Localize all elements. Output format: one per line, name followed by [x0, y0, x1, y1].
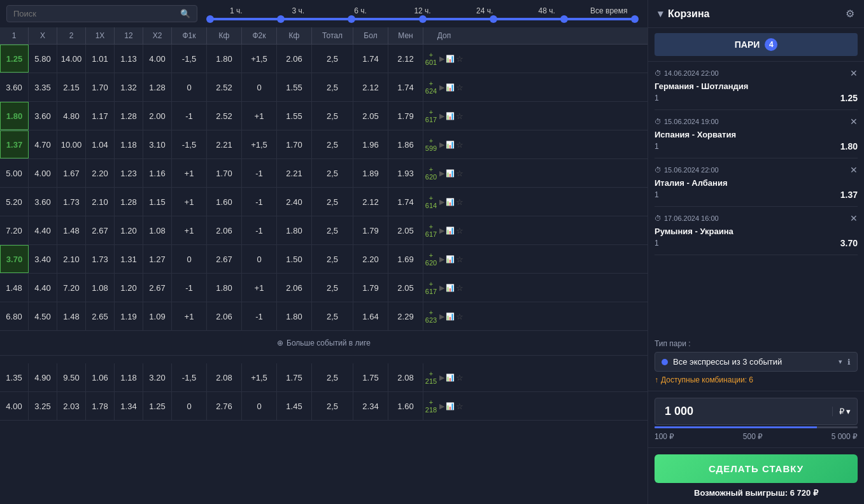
cell-c7[interactable]: +1	[172, 159, 207, 187]
more-events-button[interactable]: ⊕ Больше событий в лиге	[277, 339, 371, 347]
play-icon[interactable]: ▶	[439, 284, 444, 292]
chart-icon[interactable]: 📊	[446, 198, 455, 206]
cell-c9[interactable]: -1	[242, 302, 277, 330]
cell-c13[interactable]: 1.74	[388, 73, 423, 101]
star-icon[interactable]: ☆	[456, 283, 464, 293]
cell-c8[interactable]: 2.76	[207, 392, 242, 420]
star-icon[interactable]: ☆	[456, 402, 464, 411]
cell-c5[interactable]: 1.20	[115, 274, 143, 302]
cell-c2[interactable]: 5.80	[29, 45, 57, 73]
cell-c5[interactable]: 1.20	[115, 216, 143, 244]
table-row[interactable]: 1.255.8014.001.011.134.00-1,51.80+1,52.0…	[0, 45, 648, 73]
cell-c7[interactable]: -1	[172, 102, 207, 130]
cell-c4[interactable]: 1.70	[86, 73, 115, 101]
cell-c5[interactable]: 1.28	[115, 102, 143, 130]
time-label-all[interactable]: Все время	[577, 6, 640, 15]
table-row[interactable]: 3.603.352.151.701.321.2802.5201.552,52.1…	[0, 73, 648, 102]
cell-c1[interactable]: 5.20	[0, 188, 29, 216]
cell-c9[interactable]: +1	[242, 274, 277, 302]
cell-c7[interactable]: 0	[172, 245, 207, 273]
cell-c4[interactable]: 2.65	[86, 302, 115, 330]
gear-button[interactable]: ⚙	[846, 8, 854, 20]
star-icon[interactable]: ☆	[456, 54, 464, 64]
cell-c4[interactable]: 1.78	[86, 392, 115, 420]
cell-c11[interactable]: 2,5	[312, 45, 353, 73]
cell-c2[interactable]: 3.35	[29, 73, 57, 101]
cell-c13[interactable]: 1.74	[388, 188, 423, 216]
cell-c4[interactable]: 1.04	[86, 130, 115, 158]
table-row[interactable]: 1.803.604.801.171.282.00-12.52+11.552,52…	[0, 102, 648, 130]
time-label-1h[interactable]: 1 ч.	[205, 6, 267, 15]
cell-c9[interactable]: +1,5	[242, 130, 277, 158]
cell-c8[interactable]: 2.21	[207, 130, 242, 158]
cell-c9[interactable]: 0	[242, 392, 277, 420]
star-icon[interactable]: ☆	[456, 226, 464, 235]
cell-c7[interactable]: 0	[172, 392, 207, 420]
cell-c4[interactable]: 2.67	[86, 216, 115, 244]
cell-c12[interactable]: 2.05	[353, 102, 388, 130]
cell-c13[interactable]: 1.86	[388, 130, 423, 158]
cell-c9[interactable]: 0	[242, 245, 277, 273]
cell-c10[interactable]: 1.80	[277, 216, 312, 244]
cell-c6[interactable]: 1.28	[143, 73, 172, 101]
cell-c11[interactable]: 2,5	[312, 302, 353, 330]
table-row[interactable]: 7.204.401.482.671.201.08+12.06-11.802,51…	[0, 216, 648, 245]
play-icon[interactable]: ▶	[439, 83, 444, 92]
cell-c7[interactable]: -1,5	[172, 45, 207, 73]
cell-c9[interactable]: -1	[242, 216, 277, 244]
cell-c10[interactable]: 2.06	[277, 274, 312, 302]
cell-c8[interactable]: 2.67	[207, 245, 242, 273]
cell-c13[interactable]: 1.93	[388, 159, 423, 187]
cell-c1[interactable]: 1.48	[0, 274, 29, 302]
cell-c8[interactable]: 2.06	[207, 216, 242, 244]
time-label-6h[interactable]: 6 ч.	[329, 6, 392, 15]
table-row[interactable]: 1.484.407.201.081.202.67-11.80+12.062,51…	[0, 274, 648, 302]
cell-c4[interactable]: 1.06	[86, 363, 115, 391]
cell-c13[interactable]: 1.69	[388, 245, 423, 273]
cell-c6[interactable]: 3.20	[143, 363, 172, 391]
table-row[interactable]: 4.003.252.031.781.341.2502.7601.452,52.3…	[0, 392, 648, 421]
cell-c2[interactable]: 3.60	[29, 102, 57, 130]
cell-c1[interactable]: 6.80	[0, 302, 29, 330]
cell-c6[interactable]: 3.10	[143, 130, 172, 158]
cell-c2[interactable]: 3.25	[29, 392, 57, 420]
cell-c11[interactable]: 2,5	[312, 73, 353, 101]
play-icon[interactable]: ▶	[439, 374, 444, 382]
cell-c4[interactable]: 2.10	[86, 188, 115, 216]
cell-c3[interactable]: 1.48	[57, 302, 86, 330]
table-row[interactable]: 1.354.909.501.061.183.20-1,52.08+1,51.75…	[0, 363, 648, 392]
chart-icon[interactable]: 📊	[446, 284, 455, 292]
chart-icon[interactable]: 📊	[446, 374, 455, 382]
cell-c8[interactable]: 2.52	[207, 73, 242, 101]
cell-c12[interactable]: 1.79	[353, 216, 388, 244]
cell-c11[interactable]: 2,5	[312, 363, 353, 391]
cell-c11[interactable]: 2,5	[312, 245, 353, 273]
cell-c3[interactable]: 1.48	[57, 216, 86, 244]
cell-c13[interactable]: 2.12	[388, 45, 423, 73]
cell-c4[interactable]: 1.01	[86, 45, 115, 73]
bet-remove-button[interactable]: ✕	[850, 165, 858, 175]
table-row[interactable]: 5.203.601.732.101.281.15+11.60-12.402,52…	[0, 188, 648, 216]
cell-c7[interactable]: +1	[172, 188, 207, 216]
cell-c6[interactable]: 1.27	[143, 245, 172, 273]
cell-c1[interactable]: 5.00	[0, 159, 29, 187]
cell-c12[interactable]: 1.79	[353, 274, 388, 302]
cell-c2[interactable]: 4.50	[29, 302, 57, 330]
cell-c9[interactable]: +1,5	[242, 363, 277, 391]
cell-c11[interactable]: 2,5	[312, 102, 353, 130]
cell-c3[interactable]: 2.03	[57, 392, 86, 420]
cell-c2[interactable]: 4.70	[29, 130, 57, 158]
cell-c2[interactable]: 4.00	[29, 159, 57, 187]
cell-c13[interactable]: 2.08	[388, 363, 423, 391]
star-icon[interactable]: ☆	[456, 197, 464, 207]
chart-icon[interactable]: 📊	[446, 83, 455, 92]
bet-remove-button[interactable]: ✕	[850, 68, 858, 78]
play-icon[interactable]: ▶	[439, 227, 444, 235]
cell-c6[interactable]: 1.16	[143, 159, 172, 187]
play-icon[interactable]: ▶	[439, 141, 444, 149]
cell-c2[interactable]: 4.40	[29, 216, 57, 244]
chart-icon[interactable]: 📊	[446, 141, 455, 149]
chart-icon[interactable]: 📊	[446, 55, 455, 63]
make-bet-button[interactable]: СДЕЛАТЬ СТАВКУ	[655, 454, 858, 483]
cell-c6[interactable]: 4.00	[143, 45, 172, 73]
